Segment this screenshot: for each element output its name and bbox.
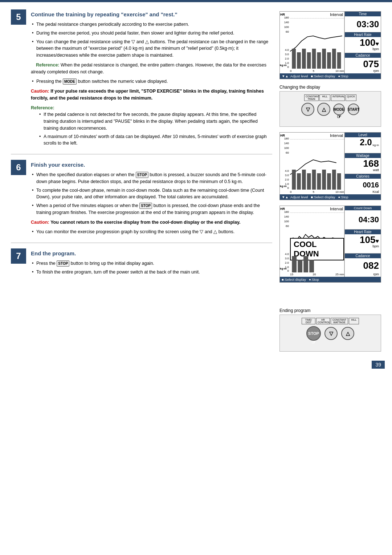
panel-4-hr-unit: bpm: [372, 244, 379, 248]
svg-rect-10: [292, 170, 296, 190]
mode-label-hill-5: HILL: [349, 318, 359, 324]
buttons-row-5: STOP ☞ ▽ △: [306, 326, 354, 341]
down-arrow-button-5[interactable]: ▽: [324, 327, 338, 340]
y-140-4: 140: [280, 215, 289, 218]
panel-3-calories-value: 0016: [347, 179, 379, 190]
section-6-bullets-extra: You can monitor the exercise progression…: [31, 228, 272, 235]
y-2-3: 2.0: [280, 178, 289, 181]
section-5-body: The pedal resistance changes periodicall…: [31, 21, 272, 147]
svg-rect-12: [302, 170, 306, 190]
panel-3-wattage-row: Wattage 168 watt: [345, 153, 381, 174]
reference-text-5-1: When the pedal resistance is changed, th…: [31, 62, 266, 74]
svg-rect-16: [322, 170, 326, 190]
panel-3: Interval HR 180 140 100 60 kg·m 4.0 3.0: [279, 132, 381, 200]
panel-3-bottom-text: ▼▲ :Adjust level ■:Select display ●:Stop: [282, 195, 348, 199]
divider-5-6: [11, 154, 272, 154]
panel-1-inner: Interval HR 180 140 100 60: [280, 12, 381, 73]
x-5-1: 5: [313, 69, 314, 73]
panel-2: CONSTANTTRAIN HILL INTERVAL QUICK ▽ △ MO…: [279, 91, 381, 127]
stop-button-icon-2: STOP: [139, 203, 152, 209]
panel-4-cadance-value: 082: [347, 259, 379, 272]
up-arrow-button[interactable]: △: [317, 103, 330, 116]
panel-4-cadance-label: Cadance: [345, 254, 381, 258]
bullet-5-3: You can change the pedal resistance usin…: [31, 39, 272, 59]
section-7-body: Press the STOP button to bring up the in…: [31, 260, 272, 276]
stop-button-main[interactable]: STOP ☞: [306, 326, 321, 341]
x-0-3: 0: [290, 190, 291, 194]
panel-3-calories-label: Calories: [345, 174, 381, 179]
y-60-1: 60: [280, 30, 289, 33]
panel-5-caption: Ending program: [279, 308, 381, 313]
panel-5-container: Ending program TIME/DIST HRCONTROL CONST…: [279, 308, 381, 352]
svg-rect-11: [297, 173, 301, 190]
panel-4-countdown-value: 04:30: [347, 211, 379, 228]
svg-rect-8: [332, 49, 336, 69]
panel-1-cadance-unit: rpm: [373, 69, 379, 73]
bar-svg-3: [290, 166, 344, 190]
svg-rect-2: [302, 49, 306, 69]
panel-3-level-value: 2.0: [347, 138, 372, 147]
panel-3-inner: Interval HR 180 140 100 60 kg·m 4.0 3.0: [280, 133, 381, 194]
panel-1-graph: Interval HR 180 140 100 60: [280, 12, 344, 73]
down-arrow-button[interactable]: ▽: [301, 103, 314, 116]
svg-rect-5: [317, 52, 321, 69]
mode-label-constant: CONSTANTTRAIN: [304, 94, 319, 101]
stop-button-icon-1: STOP: [136, 172, 148, 178]
svg-rect-3: [307, 52, 311, 69]
panel-1-container: Interval HR 180 140 100 60: [279, 11, 381, 79]
section-7-bullets: Press the STOP button to bring up the in…: [31, 260, 272, 276]
svg-rect-21: [298, 260, 302, 272]
svg-rect-17: [327, 173, 331, 190]
svg-rect-14: [312, 170, 316, 190]
x-axis-4: 15 20 25 min: [290, 273, 344, 276]
mode-button[interactable]: MODE ☞: [333, 104, 345, 115]
mode-labels-row: CONSTANTTRAIN HILL INTERVAL QUICK: [283, 94, 378, 101]
section-6-body: When the specified duration elapses or w…: [31, 171, 272, 235]
y-180-1: 180: [280, 16, 289, 19]
panel-1-hr-value-wrap: 100 ♥: [347, 38, 379, 47]
panel-3-calories-row: Calories 0016 Kcal: [345, 174, 381, 194]
y-2-1: 2.0: [280, 57, 289, 60]
panel-4-graph: Interval HR 180 140 100 60 COOL D: [280, 206, 344, 277]
up-arrow-button-5[interactable]: △: [341, 327, 354, 340]
finger-icon-stop: ☞: [311, 339, 316, 345]
panel-5: TIME/DIST HRCONTROL CONSTANTWATTAGE HILL…: [279, 315, 381, 352]
bullet-5-1: The pedal resistance changes periodicall…: [31, 21, 272, 28]
y-60-3: 60: [280, 151, 289, 154]
y-3-1: 3.0: [280, 53, 289, 56]
start-button[interactable]: START: [348, 104, 359, 115]
sub-bullet-5-1: If the pedal cadence is not detected for…: [38, 111, 272, 131]
bullet-6-1: When the specified duration elapses or w…: [31, 171, 272, 185]
panel-3-level-unit: kg·m: [373, 143, 379, 147]
bullet-7-2: To finish the entire program, turn off t…: [31, 269, 272, 276]
y-4-1: 4.0: [280, 48, 289, 52]
x-20-4: 20: [313, 273, 316, 276]
panel-1-cadance-value: 075: [347, 58, 379, 69]
mode-label-hr-control: HRCONTROL: [316, 318, 330, 324]
x-axis-1: 0 5 10 min: [290, 69, 344, 73]
reference-5-2: Reference: If the pedal cadence is not d…: [31, 105, 272, 147]
panel-4-container: Interval HR 180 140 100 60 COOL D: [279, 206, 381, 283]
section-title-6: Finish your exercise.: [31, 160, 272, 168]
panel-4-cadance-row: Cadance 082 rpm: [345, 254, 381, 277]
panel-4-info: Count Down 04:30 Heart Rate 105 ♥ bpm: [344, 206, 381, 277]
panel-3-wattage-label: Wattage: [345, 153, 381, 158]
panel-4-inner: Interval HR 180 140 100 60 COOL D: [280, 206, 381, 277]
section-5: 5 Continue the training by repeating "ex…: [11, 9, 272, 147]
caution-label-6: Caution:: [31, 220, 49, 225]
panel-2-container: Changing the display CONSTANTTRAIN HILL …: [279, 85, 381, 127]
bullet-5-2: During the exercise period, you should p…: [31, 30, 272, 37]
y-0-4: 0: [280, 269, 289, 272]
panel-3-wattage-value: 168: [347, 159, 379, 168]
panel-4-hr-label: Heart Rate: [345, 230, 381, 234]
panel-4-countdown-label: Count Down: [345, 206, 381, 210]
panel-4-hr-value-wrap: 105 ♥: [347, 235, 379, 244]
svg-rect-7: [327, 52, 331, 69]
panel-4-bottom-text: ■:Select display ●:Stop: [282, 278, 319, 281]
section-7: 7 End the program. Press the STOP button…: [11, 248, 272, 276]
panel-1-cadance-label: Cadance: [345, 53, 381, 58]
x-15-4: 15: [290, 273, 293, 276]
panel-3-container: Interval HR 180 140 100 60 kg·m 4.0 3.0: [279, 132, 381, 200]
bar-svg-4: [290, 254, 344, 272]
panel-1: Interval HR 180 140 100 60: [279, 11, 381, 79]
